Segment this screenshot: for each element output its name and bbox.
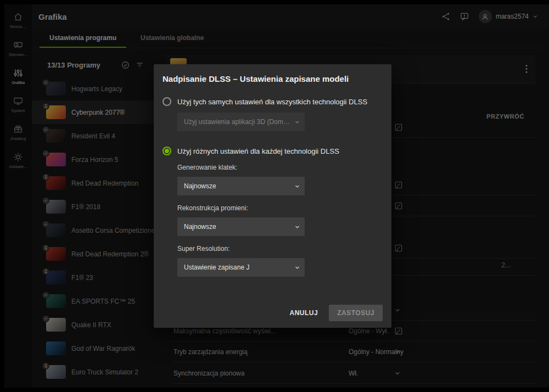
cancel-button[interactable]: ANULUJ — [290, 309, 318, 317]
radio-different-settings[interactable]: Użyj różnych ustawień dla każdej technol… — [163, 147, 383, 155]
dlss-field-dropdown[interactable]: Ustawienie zapisane J — [177, 258, 305, 277]
chevron-down-icon — [294, 183, 300, 189]
chevron-down-icon — [294, 119, 300, 125]
chevron-down-icon — [294, 265, 300, 271]
dlss-field-value: Najnowsze — [184, 223, 216, 231]
dlss-field-value: Najnowsze — [184, 182, 216, 190]
apply-button[interactable]: ZASTOSUJ — [329, 305, 383, 321]
all-dlss-dropdown-value: Użyj ustawienia aplikacji 3D (Domy... — [184, 118, 290, 126]
chevron-down-icon — [294, 224, 300, 230]
dlss-field-dropdown[interactable]: Najnowsze — [177, 217, 305, 236]
radio-button-icon — [163, 147, 171, 155]
all-dlss-dropdown: Użyj ustawienia aplikacji 3D (Domy... — [177, 113, 305, 131]
dlss-technology-fields: Generowanie klatek: Najnowsze Rekonstruk… — [163, 164, 383, 277]
dlss-field-value: Ustawienie zapisane J — [184, 264, 249, 271]
radio-button-icon — [163, 97, 171, 106]
dlss-field: Generowanie klatek: Najnowsze — [177, 164, 383, 195]
dlss-field-label: Rekonstrukcja promieni: — [177, 204, 383, 212]
radio-same-label: Użyj tych samych ustawień dla wszystkich… — [177, 98, 367, 106]
dlss-override-modal: Nadpisanie DLSS – Ustawienia zapisane mo… — [154, 64, 391, 328]
dlss-field: Rekonstrukcja promieni: Najnowsze — [177, 204, 383, 236]
dlss-field: Super Resolution: Ustawienie zapisane J — [177, 245, 383, 277]
modal-title: Nadpisanie DLSS – Ustawienia zapisane mo… — [163, 74, 383, 83]
dlss-field-label: Generowanie klatek: — [177, 164, 383, 171]
radio-different-label: Użyj różnych ustawień dla każdej technol… — [177, 147, 339, 155]
dlss-field-dropdown[interactable]: Najnowsze — [177, 177, 305, 195]
radio-same-settings[interactable]: Użyj tych samych ustawień dla wszystkich… — [163, 97, 383, 106]
dlss-field-label: Super Resolution: — [177, 245, 383, 253]
